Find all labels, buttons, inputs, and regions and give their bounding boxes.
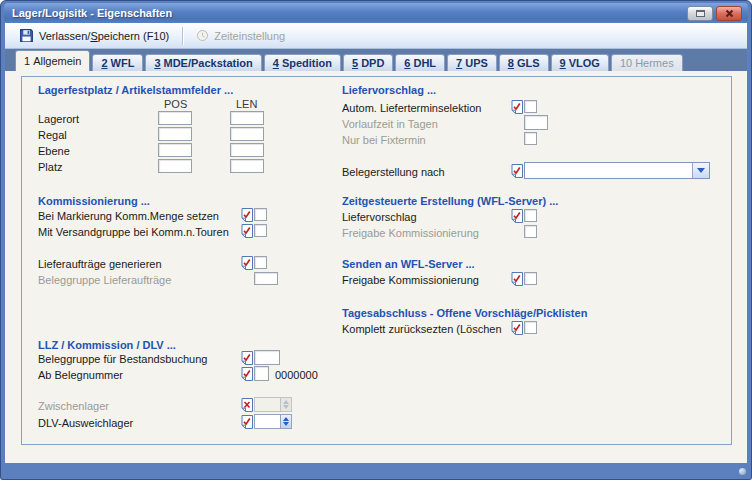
- label-ebene: Ebene: [38, 145, 70, 157]
- tab-bar: 1Allgemein 2WFL 3MDE/Packstation 4Spedit…: [5, 49, 747, 71]
- chevron-down-icon: [697, 168, 705, 173]
- section-heading-tagesabschluss: Tagesabschluss - Offene Vorschläge/Pickl…: [342, 307, 587, 319]
- tab-10-hermes: 10Hermes: [611, 54, 683, 71]
- dlv-ausweichlager-stepper[interactable]: [254, 414, 292, 429]
- platz-len-input[interactable]: [230, 159, 264, 173]
- doc-check-icon[interactable]: [240, 256, 253, 270]
- toolbar-separator: [182, 27, 183, 45]
- ebene-pos-input[interactable]: [158, 143, 192, 157]
- section-heading-zeitgesteuerte-erstellung: Zeitgesteuerte Erstellung (WFL-Server) .…: [342, 195, 558, 207]
- label-vorlaufzeit: Vorlaufzeit in Tagen: [342, 118, 438, 130]
- time-settings-label: Zeiteinstellung: [214, 30, 285, 42]
- freigabe-kommissionierung-zeit-checkbox[interactable]: [524, 225, 537, 238]
- save-icon: [19, 28, 34, 43]
- window-title: Lager/Logisitk - Eigenschaften: [12, 7, 684, 19]
- platz-pos-input[interactable]: [158, 159, 192, 173]
- label-mit-versandgruppe: Mit Versandgruppe bei Komm.n.Touren: [38, 226, 229, 238]
- label-liefervorschlag-wfl: Liefervorschlag: [342, 211, 417, 223]
- label-lagerort: Lagerort: [38, 113, 79, 125]
- doc-check-icon[interactable]: [240, 367, 253, 381]
- dialog-window: Lager/Logisitk - Eigenschaften Verlassen…: [0, 0, 752, 480]
- mit-versandgruppe-checkbox[interactable]: [254, 224, 267, 237]
- close-button[interactable]: [716, 6, 742, 21]
- label-autom-lieferterminselektion: Autom. Lieferterminselektion: [342, 102, 481, 114]
- maximize-button[interactable]: [687, 6, 713, 21]
- toolbar: Verlassen/Speichern (F10) Zeiteinstellun…: [5, 23, 747, 49]
- stepper-down-icon: [283, 422, 289, 426]
- stepper-buttons: [280, 398, 291, 411]
- label-belegerstellung-nach: Belegerstellung nach: [342, 166, 445, 178]
- nur-bei-fixtermin-checkbox[interactable]: [524, 132, 537, 145]
- save-exit-button[interactable]: Verlassen/Speichern (F10): [11, 24, 177, 47]
- tab-4-spedition[interactable]: 4Spedition: [264, 54, 341, 71]
- stepper-buttons[interactable]: [280, 415, 291, 428]
- regal-pos-input[interactable]: [158, 127, 192, 141]
- close-icon: [725, 9, 734, 18]
- tab-1-allgemein[interactable]: 1Allgemein: [15, 50, 90, 71]
- freigabe-kommissionierung-senden-checkbox[interactable]: [524, 272, 537, 285]
- tab-content-allgemein: Lagerfestplatz / Artikelstammfelder ... …: [5, 71, 747, 463]
- tab-2-wfl[interactable]: 2WFL: [92, 54, 143, 71]
- doc-check-icon[interactable]: [510, 321, 523, 335]
- section-heading-kommissionierung: Kommissionierung ...: [38, 195, 150, 207]
- label-platz: Platz: [38, 161, 62, 173]
- doc-check-icon[interactable]: [510, 164, 523, 178]
- tab-7-ups[interactable]: 7UPS: [447, 54, 497, 71]
- doc-check-icon[interactable]: [510, 209, 523, 223]
- label-freigabe-kommissionierung-senden: Freigabe Kommissionierung: [342, 274, 479, 286]
- time-settings-button: Zeiteinstellung: [188, 25, 293, 46]
- section-heading-senden-wfl: Senden an WFL-Server ...: [342, 258, 475, 270]
- doc-check-icon[interactable]: [240, 415, 253, 429]
- doc-cross-icon[interactable]: [240, 398, 253, 412]
- section-heading-lagerfestplatz: Lagerfestplatz / Artikelstammfelder ...: [38, 84, 233, 96]
- save-exit-label: Verlassen/Speichern (F10): [39, 30, 169, 42]
- label-komplett-zuruecksetzen: Komplett zurücksezten (Löschen: [342, 323, 502, 335]
- tab-9-vlog[interactable]: 9VLOG: [551, 54, 609, 71]
- label-bei-markierung: Bei Markierung Komm.Menge setzen: [38, 210, 219, 222]
- label-ab-belegnummer: Ab Belegnummer: [38, 369, 123, 381]
- stepper-up-icon: [283, 417, 289, 421]
- autom-lieferterminselektion-checkbox[interactable]: [524, 100, 537, 113]
- doc-check-icon[interactable]: [510, 100, 523, 114]
- doc-check-icon[interactable]: [240, 208, 253, 222]
- tab-5-dpd[interactable]: 5DPD: [343, 54, 393, 71]
- beleggruppe-lieferauftraege-input[interactable]: [254, 272, 278, 285]
- ab-belegnummer-input[interactable]: [254, 366, 269, 381]
- lagerort-pos-input[interactable]: [158, 111, 192, 125]
- liefervorschlag-wfl-checkbox[interactable]: [524, 209, 537, 222]
- regal-len-input[interactable]: [230, 127, 264, 141]
- doc-check-icon[interactable]: [240, 224, 253, 238]
- label-dlv-ausweichlager: DLV-Ausweichlager: [38, 417, 133, 429]
- label-nur-bei-fixtermin: Nur bei Fixtermin: [342, 134, 426, 146]
- column-header-pos: POS: [164, 98, 187, 110]
- beleggruppe-bestandsbuchung-input[interactable]: [254, 350, 280, 365]
- content-panel: Lagerfestplatz / Artikelstammfelder ... …: [21, 76, 732, 445]
- doc-check-icon[interactable]: [240, 351, 253, 365]
- ab-belegnummer-value: 0000000: [275, 369, 318, 381]
- lieferauftraege-checkbox[interactable]: [254, 256, 267, 269]
- maximize-icon: [696, 10, 705, 17]
- label-lieferauftraege-generieren: Lieferaufträge generieren: [38, 258, 162, 270]
- section-heading-llz: LLZ / Kommission / DLV ...: [38, 339, 176, 351]
- komplett-zuruecksetzen-checkbox[interactable]: [524, 321, 537, 334]
- label-beleggruppe-lieferauftraege: Beleggruppe Lieferaufträge: [38, 274, 171, 286]
- belegerstellung-select[interactable]: [524, 162, 710, 179]
- zwischenlager-stepper: [254, 397, 292, 412]
- lagerort-len-input[interactable]: [230, 111, 264, 125]
- column-header-len: LEN: [236, 98, 257, 110]
- label-beleggruppe-bestandsbuchung: Beleggruppe für Bestandsbuchung: [38, 353, 207, 365]
- combo-dropdown-button[interactable]: [692, 163, 709, 178]
- tab-8-gls[interactable]: 8GLS: [499, 54, 549, 71]
- doc-check-icon[interactable]: [510, 272, 523, 286]
- bei-markierung-checkbox[interactable]: [254, 208, 267, 221]
- titlebar: Lager/Logisitk - Eigenschaften: [4, 3, 748, 23]
- label-freigabe-kommissionierung-zeit: Freigabe Kommissionierung: [342, 227, 479, 239]
- tab-3-mde-packstation[interactable]: 3MDE/Packstation: [145, 54, 261, 71]
- vorlaufzeit-input[interactable]: [524, 115, 548, 130]
- stepper-up-icon: [283, 400, 289, 404]
- ebene-len-input[interactable]: [230, 143, 264, 157]
- resize-grip[interactable]: [739, 468, 746, 475]
- label-regal: Regal: [38, 129, 67, 141]
- tab-6-dhl[interactable]: 6DHL: [395, 54, 445, 71]
- clock-icon: [196, 29, 209, 42]
